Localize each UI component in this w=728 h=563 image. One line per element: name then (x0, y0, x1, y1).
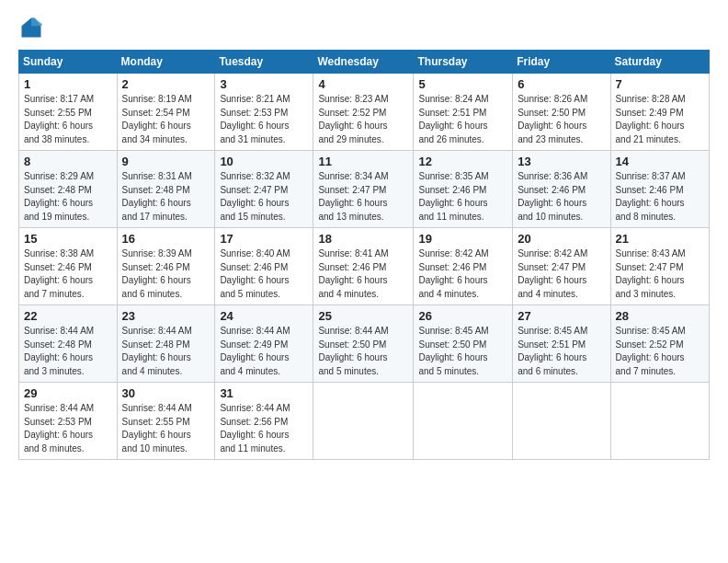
day-number: 6 (518, 77, 605, 91)
day-info-line: and 4 minutes. (418, 288, 507, 302)
day-info-line: and 21 minutes. (616, 133, 704, 147)
day-info-line: Daylight: 6 hours (122, 274, 210, 288)
day-info-line: and 5 minutes. (318, 365, 408, 379)
day-info-line: Sunrise: 8:28 AM (616, 93, 704, 107)
page: SundayMondayTuesdayWednesdayThursdayFrid… (0, 0, 728, 469)
header-cell-saturday: Saturday (610, 51, 709, 74)
calendar-cell: 20Sunrise: 8:42 AMSunset: 2:47 PMDayligh… (513, 228, 610, 305)
day-info-line: and 8 minutes. (24, 442, 112, 456)
day-number: 23 (122, 309, 210, 323)
day-info-line: Sunset: 2:52 PM (318, 107, 408, 121)
day-info-line: Daylight: 6 hours (318, 197, 408, 211)
calendar-cell: 17Sunrise: 8:40 AMSunset: 2:46 PMDayligh… (215, 228, 313, 305)
day-info-line: and 15 minutes. (220, 211, 308, 224)
calendar-cell: 30Sunrise: 8:44 AMSunset: 2:55 PMDayligh… (117, 383, 215, 460)
header-cell-tuesday: Tuesday (215, 51, 313, 74)
day-number: 5 (418, 77, 507, 91)
day-info-line: Daylight: 6 hours (24, 120, 112, 133)
day-info-line: and 3 minutes. (616, 288, 704, 302)
day-number: 7 (616, 77, 704, 91)
day-info-line: Sunset: 2:48 PM (122, 339, 210, 352)
day-info-line: and 10 minutes. (518, 211, 605, 224)
day-info-line: Sunrise: 8:17 AM (24, 93, 112, 107)
day-number: 11 (318, 155, 408, 168)
day-info-line: and 11 minutes. (220, 442, 308, 456)
day-number: 21 (616, 232, 704, 246)
day-info-line: Sunset: 2:52 PM (616, 339, 704, 352)
day-info-line: Sunset: 2:49 PM (616, 107, 704, 121)
calendar-cell: 3Sunrise: 8:21 AMSunset: 2:53 PMDaylight… (215, 74, 313, 151)
day-info-line: Sunset: 2:48 PM (122, 184, 210, 198)
day-info-line: Sunrise: 8:34 AM (318, 170, 408, 184)
day-number: 27 (518, 309, 605, 323)
day-info-line: Daylight: 6 hours (220, 351, 308, 365)
day-info-line: Sunrise: 8:38 AM (24, 247, 112, 261)
day-number: 1 (24, 77, 112, 91)
day-info-line: Sunrise: 8:45 AM (616, 325, 704, 339)
calendar-cell: 18Sunrise: 8:41 AMSunset: 2:46 PMDayligh… (313, 228, 414, 305)
calendar-cell: 6Sunrise: 8:26 AMSunset: 2:50 PMDaylight… (513, 74, 610, 151)
calendar-cell (610, 383, 709, 460)
week-row-5: 29Sunrise: 8:44 AMSunset: 2:53 PMDayligh… (19, 383, 710, 460)
calendar-cell: 29Sunrise: 8:44 AMSunset: 2:53 PMDayligh… (19, 383, 118, 460)
day-info-line: Daylight: 6 hours (122, 429, 210, 442)
day-info-line: and 6 minutes. (122, 288, 210, 302)
calendar-cell: 13Sunrise: 8:36 AMSunset: 2:46 PMDayligh… (513, 151, 610, 228)
day-number: 26 (418, 309, 507, 323)
day-info-line: and 4 minutes. (518, 288, 605, 302)
day-info-line: Sunset: 2:47 PM (318, 184, 408, 198)
day-info-line: Daylight: 6 hours (318, 351, 408, 365)
calendar-cell: 16Sunrise: 8:39 AMSunset: 2:46 PMDayligh… (117, 228, 215, 305)
day-info-line: Sunrise: 8:39 AM (122, 247, 210, 261)
day-info-line: and 38 minutes. (24, 133, 112, 147)
calendar-cell: 7Sunrise: 8:28 AMSunset: 2:49 PMDaylight… (610, 74, 709, 151)
day-info-line: Sunset: 2:46 PM (616, 184, 704, 198)
day-info-line: Sunset: 2:54 PM (122, 107, 210, 121)
calendar-cell: 9Sunrise: 8:31 AMSunset: 2:48 PMDaylight… (117, 151, 215, 228)
week-row-4: 22Sunrise: 8:44 AMSunset: 2:48 PMDayligh… (19, 305, 710, 383)
day-number: 10 (220, 155, 308, 168)
day-info-line: Sunrise: 8:45 AM (418, 325, 507, 339)
day-number: 4 (318, 77, 408, 91)
day-info-line: and 5 minutes. (418, 365, 507, 379)
day-info-line: Sunset: 2:48 PM (24, 339, 112, 352)
calendar-cell: 23Sunrise: 8:44 AMSunset: 2:48 PMDayligh… (117, 305, 215, 383)
day-info-line: and 29 minutes. (318, 133, 408, 147)
day-info-line: Sunset: 2:55 PM (122, 416, 210, 430)
day-info-line: and 6 minutes. (518, 365, 605, 379)
day-info-line: Sunset: 2:53 PM (24, 416, 112, 430)
header-cell-thursday: Thursday (414, 51, 513, 74)
day-info-line: Sunset: 2:50 PM (318, 339, 408, 352)
day-number: 19 (418, 232, 507, 246)
day-number: 3 (220, 77, 308, 91)
day-info-line: Sunrise: 8:31 AM (122, 170, 210, 184)
day-info-line: Daylight: 6 hours (418, 197, 507, 211)
day-info-line: Daylight: 6 hours (220, 274, 308, 288)
day-info-line: Daylight: 6 hours (122, 120, 210, 133)
week-row-3: 15Sunrise: 8:38 AMSunset: 2:46 PMDayligh… (19, 228, 710, 305)
day-info-line: Sunrise: 8:43 AM (616, 247, 704, 261)
day-info-line: and 13 minutes. (318, 211, 408, 224)
header-cell-wednesday: Wednesday (313, 51, 414, 74)
day-info-line: Sunset: 2:53 PM (220, 107, 308, 121)
calendar-cell: 1Sunrise: 8:17 AMSunset: 2:55 PMDaylight… (19, 74, 118, 151)
day-info-line: Daylight: 6 hours (318, 120, 408, 133)
day-info-line: Daylight: 6 hours (24, 197, 112, 211)
calendar-cell: 31Sunrise: 8:44 AMSunset: 2:56 PMDayligh… (215, 383, 313, 460)
day-number: 18 (318, 232, 408, 246)
calendar-cell (313, 383, 414, 460)
day-number: 30 (122, 386, 210, 400)
day-info-line: and 4 minutes. (220, 365, 308, 379)
day-number: 8 (24, 155, 112, 168)
day-number: 28 (616, 309, 704, 323)
calendar-cell: 5Sunrise: 8:24 AMSunset: 2:51 PMDaylight… (414, 74, 513, 151)
day-info-line: Daylight: 6 hours (122, 197, 210, 211)
day-info-line: Sunrise: 8:44 AM (24, 402, 112, 416)
day-number: 29 (24, 386, 112, 400)
day-info-line: Daylight: 6 hours (616, 197, 704, 211)
day-info-line: Sunrise: 8:24 AM (418, 93, 507, 107)
day-info-line: Daylight: 6 hours (616, 351, 704, 365)
day-info-line: Sunrise: 8:42 AM (518, 247, 605, 261)
day-info-line: and 34 minutes. (122, 133, 210, 147)
calendar-body: 1Sunrise: 8:17 AMSunset: 2:55 PMDaylight… (19, 74, 710, 460)
